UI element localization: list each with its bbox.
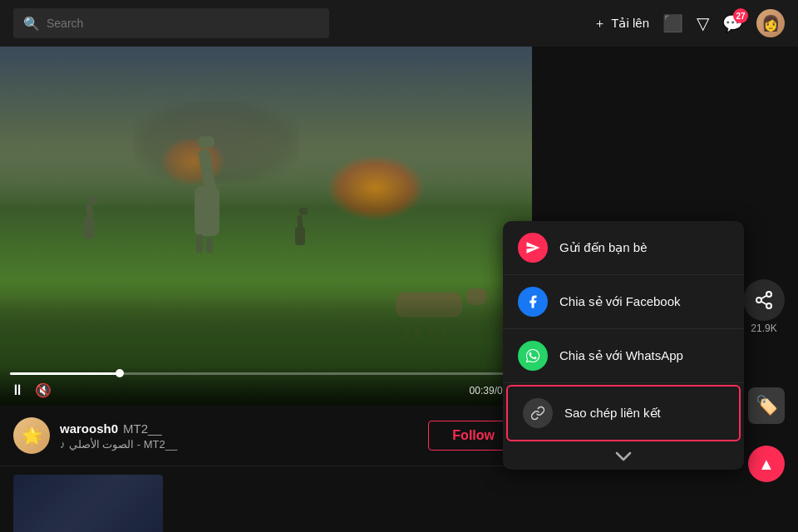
user-section: 🌟 waroosh0 MT2__ ♪ الصوت الأصلي - MT2__ … bbox=[0, 406, 532, 466]
mute-button[interactable]: 🔇 bbox=[35, 382, 52, 398]
sound-label: الصوت الأصلي - MT2__ bbox=[69, 438, 178, 451]
username-row: waroosh0 MT2__ bbox=[60, 421, 428, 436]
user-profile-avatar[interactable]: 🌟 bbox=[13, 417, 50, 454]
filter-button[interactable]: ▽ bbox=[697, 13, 709, 33]
avatar-image: 👩 bbox=[756, 9, 785, 37]
dino-leg-1 bbox=[196, 234, 203, 253]
notification-badge: 27 bbox=[733, 8, 748, 23]
avatar-emoji: 🌟 bbox=[22, 426, 42, 446]
progress-thumb bbox=[116, 369, 124, 377]
share-action-button[interactable] bbox=[743, 279, 785, 321]
sound-info[interactable]: ♪ الصوت الأصلي - MT2__ bbox=[60, 438, 428, 451]
share-item-copy-link[interactable]: Sao chép liên kết bbox=[508, 387, 739, 440]
dino-bg-1 bbox=[80, 197, 105, 239]
scroll-up-button[interactable]: ▲ bbox=[748, 446, 785, 482]
scroll-up-icon: ▲ bbox=[758, 455, 775, 474]
screen-mirror-icon: ⬛ bbox=[663, 13, 683, 33]
facebook-label: Chia sẻ với Facebook bbox=[559, 294, 681, 309]
sticker-icon: 🏷️ bbox=[756, 395, 778, 416]
plus-icon: ＋ bbox=[594, 16, 606, 32]
show-more-button[interactable] bbox=[503, 443, 744, 470]
thumbnail-image[interactable] bbox=[13, 475, 163, 532]
username[interactable]: waroosh0 bbox=[60, 421, 118, 436]
dino-leg-2 bbox=[206, 238, 213, 253]
username-tag: MT2__ bbox=[123, 421, 162, 436]
copy-link-icon bbox=[523, 398, 553, 428]
send-friend-label: Gửi đến bạn bè bbox=[559, 240, 648, 255]
mute-icon: 🔇 bbox=[35, 382, 52, 398]
share-item-facebook[interactable]: Chia sẻ với Facebook bbox=[503, 275, 744, 329]
share-item-send-friend[interactable]: Gửi đến bạn bè bbox=[503, 221, 744, 275]
notifications-button[interactable]: 💬 27 bbox=[722, 13, 743, 33]
music-note-icon: ♪ bbox=[60, 438, 66, 451]
user-avatar[interactable]: 👩 bbox=[756, 9, 785, 37]
dino-head bbox=[198, 136, 214, 148]
top-nav: 🔍 ＋ Tải lên ⬛ ▽ 💬 27 👩 bbox=[0, 0, 798, 47]
share-item-whatsapp[interactable]: Chia sẻ với WhatsApp bbox=[503, 329, 744, 383]
thumbnail-area bbox=[0, 466, 532, 532]
progress-bar[interactable] bbox=[10, 372, 522, 375]
screen-mirror-button[interactable]: ⬛ bbox=[663, 13, 683, 33]
user-info: waroosh0 MT2__ ♪ الصوت الأصلي - MT2__ bbox=[60, 421, 428, 451]
progress-fill bbox=[10, 372, 120, 375]
upload-button[interactable]: ＋ Tải lên bbox=[594, 16, 649, 32]
share-dropdown: Gửi đến bạn bè Chia sẻ với Facebook Chia… bbox=[503, 221, 744, 470]
share-count: 21.9K bbox=[743, 323, 785, 334]
dino-neck bbox=[198, 148, 216, 191]
sticker-button[interactable]: 🏷️ bbox=[748, 387, 785, 424]
filter-icon: ▽ bbox=[697, 13, 709, 33]
whatsapp-icon bbox=[518, 341, 548, 371]
share-item-copy-link-wrapper: Sao chép liên kết bbox=[506, 385, 741, 441]
dino-body bbox=[195, 186, 219, 236]
search-input[interactable] bbox=[47, 17, 319, 30]
nav-actions: ＋ Tải lên ⬛ ▽ 💬 27 👩 bbox=[594, 9, 785, 37]
current-time: 00:39 bbox=[470, 385, 495, 397]
search-icon: 🔍 bbox=[23, 16, 40, 32]
right-panel: Gửi đến bạn bè Chia sẻ với Facebook Chia… bbox=[532, 47, 798, 532]
dinosaur-main bbox=[186, 136, 236, 236]
search-bar[interactable]: 🔍 bbox=[13, 8, 329, 38]
pause-icon: ⏸ bbox=[10, 382, 25, 399]
facebook-icon bbox=[518, 287, 548, 317]
copy-link-label: Sao chép liên kết bbox=[564, 406, 661, 421]
upload-label: Tải lên bbox=[611, 16, 649, 31]
whatsapp-label: Chia sẻ với WhatsApp bbox=[559, 348, 683, 363]
video-player[interactable]: ⏸ 🔇 00:39/03:03 bbox=[0, 47, 532, 406]
send-friend-icon bbox=[518, 233, 548, 263]
pause-button[interactable]: ⏸ bbox=[10, 382, 25, 399]
fire-effect-1 bbox=[326, 155, 426, 221]
dino-bg-2 bbox=[293, 208, 313, 245]
controls-row: ⏸ 🔇 00:39/03:03 bbox=[10, 382, 522, 399]
video-controls: ⏸ 🔇 00:39/03:03 bbox=[0, 366, 532, 406]
